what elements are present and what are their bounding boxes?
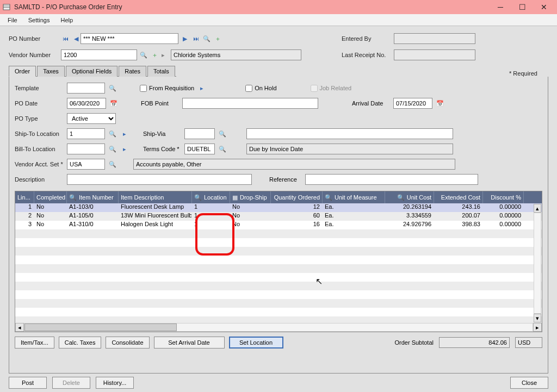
po-finder-icon[interactable]: 🔍 (202, 34, 211, 43)
ship-to-finder-icon[interactable]: 🔍 (108, 129, 117, 138)
vendor-finder-icon[interactable]: 🔍 (139, 51, 148, 59)
tab-optional-fields[interactable]: Optional Fields (66, 66, 117, 77)
col-header-location[interactable]: 🔍Location (192, 191, 230, 203)
acct-set-finder-icon[interactable]: 🔍 (108, 160, 117, 169)
col-header-drop-ship[interactable]: ▦Drop-Ship (230, 191, 271, 203)
entered-by-display (394, 33, 475, 44)
ship-via-desc-input[interactable] (246, 128, 453, 139)
horizontal-scrollbar[interactable]: ◂ ▸ (15, 323, 542, 332)
job-related-checkbox: Job Related (311, 85, 352, 92)
order-subtotal-label: Order Subtotal (394, 339, 434, 346)
arrival-date-input[interactable] (393, 98, 432, 109)
nav-next-icon[interactable]: ▶ (181, 34, 189, 43)
vendor-number-input[interactable] (61, 49, 137, 60)
set-location-button[interactable]: Set Location (229, 337, 283, 349)
calc-taxes-button[interactable]: Calc. Taxes (59, 337, 102, 349)
table-row[interactable] (15, 247, 542, 256)
table-row[interactable] (15, 308, 542, 316)
required-note: * Required (176, 70, 548, 77)
vertical-scrollbar[interactable]: ▴ ▾ (534, 204, 541, 322)
detail-grid[interactable]: Lin... Completed 🔍Item Number Item Descr… (15, 191, 542, 332)
menu-settings[interactable]: Settings (23, 17, 55, 23)
table-row[interactable] (15, 264, 542, 273)
table-row[interactable] (15, 299, 542, 308)
history-button[interactable]: History... (96, 377, 134, 389)
po-new-icon[interactable]: ＋ (213, 34, 222, 43)
reference-input[interactable] (305, 174, 478, 185)
ship-to-drill-icon[interactable]: ▸ (120, 129, 129, 138)
bill-to-drill-icon[interactable]: ▸ (120, 145, 129, 153)
tab-rates[interactable]: Rates (119, 66, 146, 77)
ship-via-input[interactable] (184, 128, 215, 139)
calendar-icon[interactable]: 📅 (109, 99, 118, 108)
bill-to-input[interactable] (67, 144, 105, 154)
tab-totals[interactable]: Totals (147, 66, 175, 77)
table-row[interactable]: 2NoA1-105/013W Mini Fluorescent Bulb1No6… (15, 212, 542, 221)
col-header-completed[interactable]: Completed (34, 191, 67, 203)
tab-order[interactable]: Order (9, 66, 36, 77)
table-row[interactable] (15, 290, 542, 299)
vendor-drill-icon[interactable]: ▸ (159, 51, 168, 59)
ship-to-input[interactable] (67, 128, 105, 139)
table-row[interactable] (15, 316, 542, 323)
fob-point-input[interactable] (182, 98, 318, 109)
scroll-right-icon[interactable]: ▸ (533, 323, 542, 332)
close-button[interactable]: Close (510, 377, 548, 389)
consolidate-button[interactable]: Consolidate (106, 337, 149, 349)
nav-first-icon[interactable]: ⏮ (61, 34, 70, 43)
close-window-button[interactable]: ✕ (533, 0, 555, 14)
vendor-new-icon[interactable]: ＋ (150, 50, 159, 60)
col-header-item-description[interactable]: Item Description (119, 191, 192, 203)
description-input[interactable] (67, 174, 252, 185)
template-finder-icon[interactable]: 🔍 (108, 84, 117, 92)
calendar-icon-2[interactable]: 📅 (436, 99, 444, 108)
menu-file[interactable]: File (2, 17, 23, 23)
on-hold-checkbox[interactable]: On Hold (245, 85, 276, 92)
col-header-line[interactable]: Lin... (15, 191, 34, 203)
col-header-uom[interactable]: 🔍Unit of Measure (323, 191, 385, 203)
from-requisition-checkbox[interactable]: From Requisition (140, 85, 194, 92)
bill-to-finder-icon[interactable]: 🔍 (108, 145, 117, 153)
arrival-date-label: Arrival Date (352, 100, 390, 107)
table-row[interactable] (15, 282, 542, 290)
post-button[interactable]: Post (9, 377, 47, 389)
menu-help[interactable]: Help (55, 17, 78, 23)
col-header-item-number[interactable]: 🔍Item Number (67, 191, 119, 203)
nav-last-icon[interactable]: ⏭ (191, 34, 200, 43)
ship-via-label: Ship-Via (143, 130, 181, 137)
grid-body[interactable]: 1NoA1-103/0Fluorescent Desk Lamp1No12Ea.… (15, 203, 542, 323)
item-tax-button[interactable]: Item/Tax... (15, 337, 54, 349)
description-label: Description (15, 176, 64, 183)
scroll-down-icon[interactable]: ▾ (534, 314, 541, 322)
tab-taxes[interactable]: Taxes (37, 66, 65, 77)
minimize-button[interactable]: ─ (490, 0, 511, 14)
col-header-unit-cost[interactable]: 🔍Unit Cost (385, 191, 434, 203)
po-date-input[interactable] (67, 98, 106, 109)
col-header-extended-cost[interactable]: Extended Cost (434, 191, 483, 203)
table-row[interactable]: 1NoA1-103/0Fluorescent Desk Lamp1No12Ea.… (15, 203, 542, 212)
col-header-quantity[interactable]: Quantity Ordered (271, 191, 323, 203)
terms-finder-icon[interactable]: 🔍 (218, 145, 227, 153)
maximize-button[interactable]: ☐ (511, 0, 533, 14)
scroll-up-icon[interactable]: ▴ (534, 204, 541, 213)
template-input[interactable] (67, 83, 105, 94)
vendor-name-display (171, 49, 301, 60)
requisition-drill-icon[interactable]: ▸ (197, 84, 206, 92)
table-row[interactable]: 3NoA1-310/0Halogen Desk Light1No16Ea.24.… (15, 221, 542, 229)
template-label: Template (15, 85, 64, 91)
nav-prev-icon[interactable]: ◀ (72, 34, 81, 43)
ship-via-finder-icon[interactable]: 🔍 (218, 129, 227, 138)
po-type-select[interactable]: Active (67, 113, 116, 124)
scroll-left-icon[interactable]: ◂ (15, 323, 24, 332)
table-row[interactable] (15, 273, 542, 282)
acct-set-input[interactable] (67, 159, 105, 170)
set-arrival-date-button[interactable]: Set Arrival Date (154, 337, 225, 349)
scroll-thumb[interactable] (24, 323, 177, 331)
po-type-label: PO Type (15, 115, 64, 122)
table-row[interactable] (15, 238, 542, 247)
po-number-input[interactable] (81, 33, 178, 44)
col-header-discount[interactable]: Discount % (483, 191, 524, 203)
table-row[interactable] (15, 229, 542, 238)
terms-code-input[interactable] (184, 144, 215, 154)
table-row[interactable] (15, 256, 542, 264)
